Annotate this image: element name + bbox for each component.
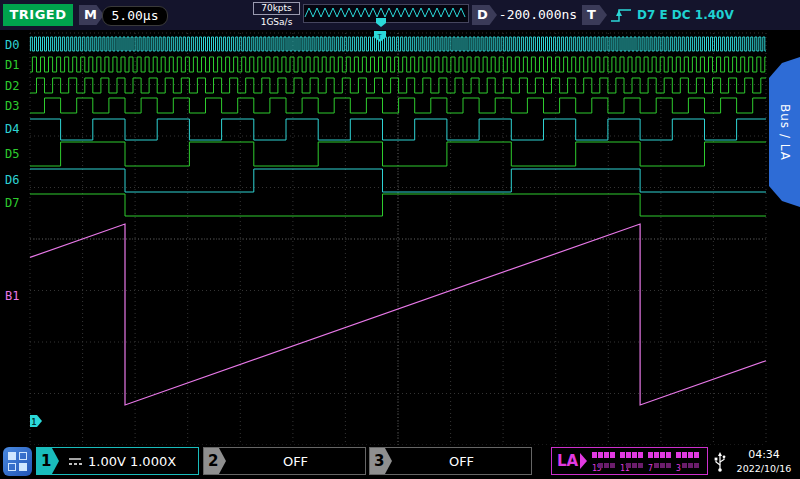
channel-label-D2: D2 (5, 79, 19, 93)
la-bit-indicator-dim (610, 463, 615, 468)
la-bit-label: 7 (648, 464, 653, 473)
la-bit-indicator (598, 452, 603, 458)
la-channel-indicators: 151173 (590, 450, 702, 473)
date-display: 2022/10/16 (731, 462, 797, 475)
channel1-badge: 1 (37, 448, 59, 474)
trigger-edge-icon (608, 4, 634, 26)
grid (30, 33, 766, 445)
menu-grid-square (8, 463, 16, 471)
channel1-settings: 1.00V 1.000X (88, 454, 176, 469)
la-bit-indicator (648, 452, 653, 458)
acquisition-info: 70kpts 1GSa/s (253, 2, 300, 28)
la-bit-indicator (694, 452, 699, 458)
top-status-bar: TRIGED M 5.00µs 70kpts 1GSa/s D -200.000… (0, 0, 800, 30)
trigger-tag[interactable]: T (582, 5, 607, 25)
la-bit-indicator (666, 452, 671, 458)
chevron-right-icon (580, 453, 587, 469)
preview-zigzag (305, 8, 465, 17)
timebase-tag[interactable]: M (79, 5, 104, 25)
waveform-preview[interactable] (303, 4, 469, 23)
trigger-source-info[interactable]: D7 E DC 1.40V (637, 8, 747, 22)
clock: 04:34 2022/10/16 (731, 448, 797, 475)
channel-label-D5: D5 (5, 147, 19, 161)
menu-grid-square (8, 452, 16, 460)
channel-label-D0: D0 (5, 38, 19, 52)
la-bit-indicator-dim (604, 463, 609, 468)
la-bit-indicator (688, 452, 693, 458)
la-bit-indicator-dim (654, 463, 659, 468)
la-bit-indicator (676, 452, 681, 458)
la-bit-indicator-dim (660, 463, 665, 468)
menu-grid-icon[interactable] (3, 447, 32, 476)
la-bit-indicator (610, 452, 615, 458)
la-bit-indicator (626, 452, 631, 458)
la-bit-indicator-dim (638, 463, 643, 468)
waveform-display[interactable]: D0D1D2D3D4D5D6D7B1T1 (0, 30, 800, 445)
bus-la-tab[interactable]: Bus / LA (769, 57, 800, 207)
la-bit-indicator (632, 452, 637, 458)
bus-la-tab-label: Bus / LA (778, 104, 792, 161)
channel-label-D1: D1 (5, 58, 19, 72)
la-bit-indicator (682, 452, 687, 458)
channel2-status[interactable]: 2 OFF (203, 447, 366, 475)
la-bit-indicator (592, 452, 597, 458)
la-bit-indicator-dim (598, 463, 603, 468)
la-bit-indicator (620, 452, 625, 458)
preview-waveform-svg (304, 5, 466, 20)
la-bit-indicator-dim (626, 463, 631, 468)
channel3-badge: 3 (370, 448, 392, 474)
channel1-status[interactable]: 1 1.00V 1.000X (36, 447, 199, 475)
bottom-status-bar: 1 1.00V 1.000X 2 OFF 3 OFF LA 151173 04:… (0, 445, 800, 479)
la-bit-indicator (654, 452, 659, 458)
la-bit-indicator-dim (632, 463, 637, 468)
channel-label-D6: D6 (5, 173, 19, 187)
la-badge: LA (557, 452, 578, 470)
delay-tag[interactable]: D (472, 5, 497, 25)
dc-coupling-icon (67, 455, 83, 467)
la-status[interactable]: LA 151173 (551, 447, 708, 475)
menu-grid-square (19, 452, 27, 460)
la-bit-indicator-dim (666, 463, 671, 468)
timebase-value[interactable]: 5.00µs (102, 6, 168, 26)
menu-grid-square (19, 463, 27, 471)
la-bit-indicator (604, 452, 609, 458)
channel-label-D3: D3 (5, 99, 19, 113)
trigger-position-marker-mini[interactable] (376, 18, 386, 27)
channel-label-B1: B1 (5, 289, 19, 303)
time-display: 04:34 (731, 448, 797, 462)
sample-rate: 1GSa/s (253, 15, 300, 28)
channel3-state: OFF (392, 454, 531, 469)
la-bit-indicator-dim (694, 463, 699, 468)
la-bit-indicator (638, 452, 643, 458)
la-bit-indicator (660, 452, 665, 458)
delay-value[interactable]: -200.000ns (496, 6, 580, 24)
ch1-level-marker-label: 1 (32, 418, 37, 427)
la-bit-label: 3 (676, 464, 681, 473)
channel2-badge: 2 (204, 448, 226, 474)
channel-label-D4: D4 (5, 122, 19, 136)
channel-label-D7: D7 (5, 196, 19, 210)
channel3-status[interactable]: 3 OFF (369, 447, 532, 475)
memory-depth: 70kpts (253, 2, 300, 15)
la-bit-indicator-dim (688, 463, 693, 468)
channel2-state: OFF (226, 454, 365, 469)
trigger-status-badge: TRIGED (3, 4, 73, 26)
usb-icon (712, 450, 728, 474)
la-bit-indicator-dim (682, 463, 687, 468)
